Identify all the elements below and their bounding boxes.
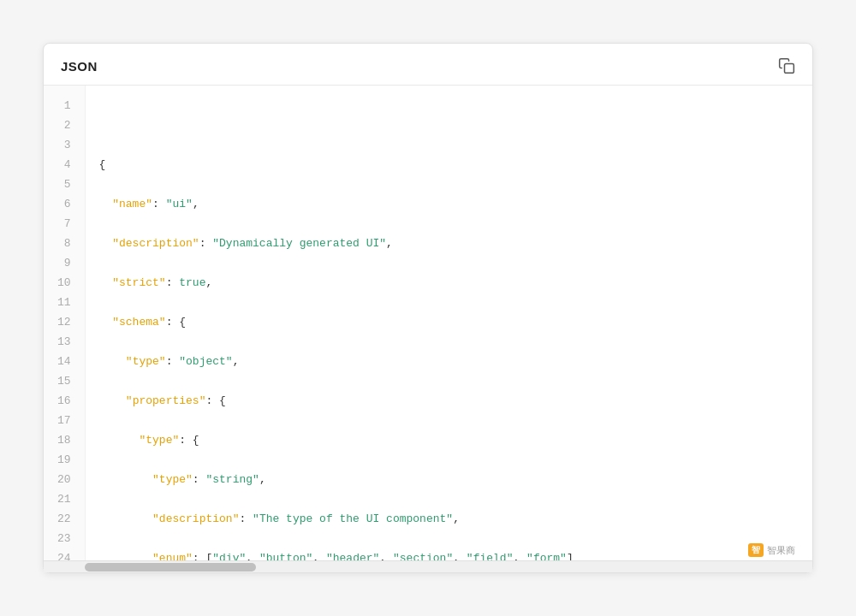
- code-line-4: "strict": true,: [99, 273, 799, 293]
- json-code-content: { "name": "ui", "description": "Dynamica…: [99, 135, 799, 560]
- json-code-area[interactable]: { "name": "ui", "description": "Dynamica…: [86, 86, 812, 560]
- code-line-2: "name": "ui",: [99, 194, 799, 214]
- code-line-1: {: [99, 155, 799, 175]
- watermark: 智 智果商: [748, 543, 795, 557]
- code-line-3: "description": "Dynamically generated UI…: [99, 234, 799, 253]
- copy-button[interactable]: [778, 57, 795, 74]
- code-line-10: "description": "The type of the UI compo…: [99, 509, 799, 529]
- json-viewer: JSON 1 2 3 4 5 6 7 8 9 10 11 12 13 14 15…: [43, 43, 813, 573]
- watermark-text: 智果商: [767, 544, 795, 557]
- svg-rect-0: [785, 64, 794, 74]
- code-line-7: "properties": {: [99, 391, 799, 411]
- json-header: JSON: [44, 44, 812, 86]
- json-title: JSON: [61, 59, 98, 74]
- code-line-5: "schema": {: [99, 312, 799, 332]
- code-line-11: "enum": ["div", "button", "header", "sec…: [99, 548, 799, 560]
- code-line-8: "type": {: [99, 430, 799, 450]
- watermark-logo: 智: [748, 543, 764, 557]
- line-numbers: 1 2 3 4 5 6 7 8 9 10 11 12 13 14 15 16 1…: [44, 86, 86, 560]
- code-line-9: "type": "string",: [99, 470, 799, 489]
- horizontal-scrollbar[interactable]: [44, 560, 812, 572]
- code-line-6: "type": "object",: [99, 352, 799, 371]
- json-body: 1 2 3 4 5 6 7 8 9 10 11 12 13 14 15 16 1…: [44, 86, 812, 560]
- horizontal-scrollbar-thumb[interactable]: [85, 563, 256, 572]
